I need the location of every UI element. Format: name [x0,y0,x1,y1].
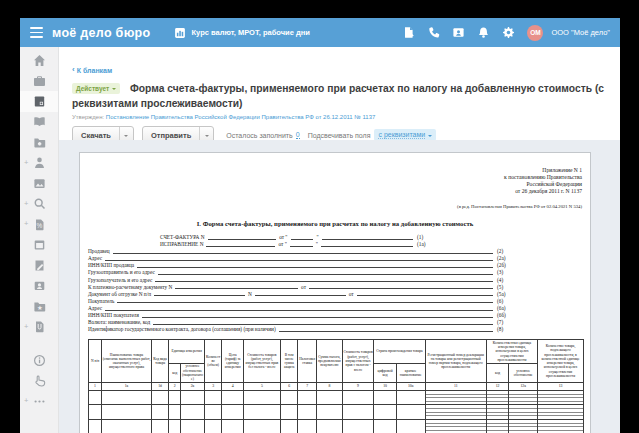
table-cell[interactable] [151,390,169,405]
table-cell-traceability[interactable] [486,419,508,433]
field-blank-underline[interactable] [208,238,277,240]
field-blank-underline[interactable] [321,245,413,247]
form-field-line[interactable]: Валюта: наименование, код(7) [88,319,512,326]
field-blank-underline[interactable] [105,309,493,311]
form-field-line[interactable]: Адрес(2а) [88,255,512,262]
field-blank-underline[interactable] [142,316,493,318]
app-logo[interactable]: моё дело бюро [52,26,150,40]
sidebar-item-favorites-folder[interactable]: ★ [20,296,58,317]
table-cell[interactable] [169,419,181,433]
table-cell[interactable] [243,390,280,405]
sidebar-item-documents[interactable] [20,91,58,112]
form-field-line[interactable]: Продавец(2) [88,248,512,255]
plus-icon[interactable]: + [24,199,28,208]
table-cell[interactable] [342,419,374,433]
back-to-blanks-link[interactable]: ‹К бланкам [72,66,112,74]
field-blank-underline[interactable] [290,245,313,247]
remaining-count-link[interactable]: 0 [296,131,300,139]
notifications-icon[interactable] [477,26,490,39]
form-field-line[interactable]: ИНН/КПП покупателя(6б) [88,312,512,319]
form-field-line[interactable]: Покупатель(6) [88,298,512,305]
field-blank-underline[interactable] [291,238,314,240]
table-cell[interactable] [151,419,169,433]
form-field-line[interactable]: СЧЕТ-ФАКТУРА Nот ""(1) [88,234,432,241]
sidebar-item-edit-document[interactable] [20,255,58,276]
sidebar-item-more[interactable]: + [20,391,58,412]
table-cell[interactable] [396,405,425,420]
table-cell-traceability[interactable] [425,405,486,420]
table-cell-traceability[interactable] [509,419,538,433]
table-cell[interactable] [204,405,222,420]
table-cell[interactable] [102,390,152,405]
table-cell-traceability[interactable] [425,419,486,433]
field-blank-underline[interactable] [117,301,493,303]
user-avatar[interactable]: ОМ [527,25,543,41]
form-field-line[interactable]: ИНН/КПП продавца(2б) [88,262,512,269]
field-blank-underline[interactable] [155,280,493,282]
phone-icon[interactable] [427,26,440,39]
table-cell[interactable] [342,390,374,405]
table-cell[interactable] [316,419,342,433]
sidebar-item-employee-card[interactable] [20,276,58,297]
field-blank-underline[interactable] [158,273,493,275]
field-blank-underline[interactable] [137,266,493,268]
table-cell[interactable] [280,419,298,433]
field-blank-underline[interactable] [255,294,346,296]
table-cell-traceability[interactable] [509,405,538,420]
table-cell[interactable] [222,390,243,405]
status-badge[interactable]: Действует [72,83,120,94]
table-cell-traceability[interactable] [509,390,538,405]
field-blank-underline[interactable] [113,252,493,254]
sidebar-item-inspection[interactable]: + [20,194,58,215]
field-blank-underline[interactable] [105,259,493,261]
form-field-line[interactable]: Грузополучатель и его адрес(4) [88,277,512,284]
topbar-menu-rates[interactable]: Курс валют, МРОТ, рабочие дни [174,27,309,39]
table-cell[interactable] [316,390,342,405]
table-cell[interactable] [89,390,102,405]
sidebar-item-briefcase[interactable] [20,71,58,92]
table-cell[interactable] [298,390,317,405]
table-cell[interactable] [374,405,396,420]
table-cell[interactable] [396,390,425,405]
plus-icon[interactable]: + [24,396,28,405]
sidebar-item-reports-chart[interactable] [20,173,58,194]
field-blank-underline[interactable] [357,294,493,296]
sidebar-item-pointer-hand[interactable] [20,371,58,392]
table-cell[interactable] [169,390,181,405]
sidebar-item-info[interactable] [20,350,58,371]
sidebar-item-taxes[interactable]: +% [20,214,58,235]
sidebar-item-home[interactable] [20,50,58,71]
webinars-icon[interactable] [452,26,465,39]
form-field-line[interactable]: К платежно-расчетному документу Nот(5) [88,284,512,291]
table-cell[interactable] [243,419,280,433]
field-blank-underline[interactable] [309,287,493,289]
table-cell[interactable] [298,419,317,433]
form-field-line[interactable]: Документ об отгрузке N п/пNот(5а) [88,291,512,298]
field-blank-underline[interactable] [154,294,245,296]
table-cell[interactable] [222,419,243,433]
table-cell[interactable] [151,405,169,420]
table-cell[interactable] [298,405,317,420]
table-cell[interactable] [396,419,425,433]
form-field-line[interactable]: ИСПРАВЛЕНИЕ Nот ""(1а) [88,241,432,248]
settings-icon[interactable] [502,26,515,39]
table-cell[interactable] [280,390,298,405]
table-cell-traceability[interactable] [538,419,584,433]
sidebar-item-contractors[interactable]: + [20,153,58,174]
table-cell[interactable] [342,405,374,420]
table-cell[interactable] [374,419,396,433]
field-blank-underline[interactable] [279,330,493,332]
plus-icon[interactable]: + [24,219,28,228]
table-cell[interactable] [169,405,181,420]
table-cell[interactable] [102,419,152,433]
table-cell[interactable] [89,419,102,433]
table-cell-traceability[interactable] [538,390,584,405]
table-cell[interactable] [280,405,298,420]
sidebar-item-calendar[interactable] [20,235,58,256]
company-name[interactable]: ООО "Моё дело" [551,28,610,37]
table-cell-traceability[interactable] [486,390,508,405]
table-cell[interactable] [222,405,243,420]
table-cell-traceability[interactable] [538,405,584,420]
table-cell[interactable] [102,405,152,420]
table-cell[interactable] [204,390,222,405]
